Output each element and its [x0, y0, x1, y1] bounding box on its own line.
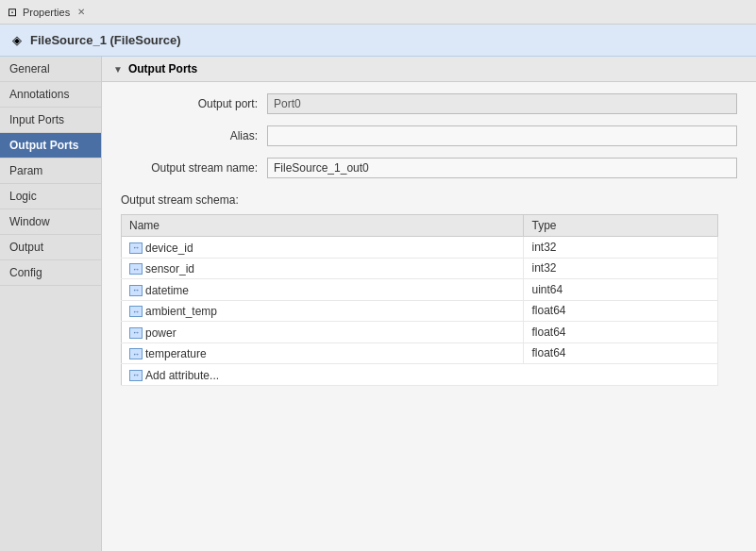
schema-field-type: float64 [524, 322, 718, 343]
section-header: ▼ Output Ports [102, 57, 756, 82]
table-row[interactable]: ↔ sensor_idint32 [122, 258, 718, 279]
sidebar-item-param[interactable]: Param [0, 159, 101, 184]
schema-label: Output stream schema: [121, 190, 737, 214]
close-button[interactable]: ✕ [77, 7, 85, 17]
sidebar-item-output[interactable]: Output [0, 235, 101, 260]
sidebar-item-annotations[interactable]: Annotations [0, 82, 101, 108]
field-type-icon: ↔ power [129, 326, 176, 340]
schema-field-name: ↔ ambient_temp [122, 300, 524, 322]
schema-field-name: ↔ datetime [122, 279, 524, 301]
table-row[interactable]: ↔ device_idint32 [122, 237, 718, 259]
field-icon-box: ↔ [129, 285, 143, 296]
schema-col-type: Type [524, 215, 718, 237]
add-attribute-cell[interactable]: ↔ Add attribute... [122, 364, 718, 386]
output-port-label: Output port: [121, 97, 258, 110]
title-bar: ⊡ Properties ✕ [0, 0, 756, 25]
filesource-icon: ◈ [9, 33, 25, 48]
output-stream-name-row: Output stream name: [121, 158, 737, 178]
schema-field-type: float64 [524, 342, 718, 364]
output-port-row: Output port: [121, 93, 737, 114]
sidebar-item-window[interactable]: Window [0, 209, 101, 235]
sidebar-item-input-ports[interactable]: Input Ports [0, 108, 101, 133]
sidebar: GeneralAnnotationsInput PortsOutput Port… [0, 57, 102, 551]
section-title: Output Ports [128, 62, 197, 75]
schema-field-type: uint64 [524, 279, 718, 301]
sidebar-item-config[interactable]: Config [0, 260, 101, 286]
field-icon-box: ↔ [129, 263, 143, 275]
output-stream-name-label: Output stream name: [121, 161, 258, 175]
schema-field-type: float64 [524, 300, 718, 322]
properties-icon: ⊡ [8, 6, 17, 19]
collapse-arrow-icon[interactable]: ▼ [113, 64, 123, 75]
add-attribute-row[interactable]: ↔ Add attribute... [122, 364, 718, 386]
table-row[interactable]: ↔ powerfloat64 [122, 322, 718, 343]
field-type-icon: ↔ ambient_temp [129, 305, 217, 318]
schema-field-name: ↔ temperature [122, 342, 524, 364]
output-stream-name-input[interactable] [267, 158, 737, 178]
table-row[interactable]: ↔ temperaturefloat64 [122, 342, 718, 364]
file-header: ◈ FileSource_1 (FileSource) [0, 25, 756, 57]
sidebar-item-general[interactable]: General [0, 57, 101, 82]
field-icon-box: ↔ [129, 242, 143, 254]
schema-field-name: ↔ sensor_id [122, 258, 524, 279]
schema-field-name: ↔ device_id [122, 237, 524, 259]
field-icon-box: ↔ [129, 327, 143, 339]
alias-label: Alias: [121, 129, 258, 142]
alias-row: Alias: [121, 125, 737, 146]
schema-field-type: int32 [524, 237, 718, 259]
field-type-icon: ↔ datetime [129, 284, 189, 297]
output-port-input[interactable] [267, 93, 737, 114]
field-icon-box: ↔ [129, 306, 143, 317]
sidebar-item-output-ports[interactable]: Output Ports [0, 133, 101, 159]
table-row[interactable]: ↔ ambient_tempfloat64 [122, 300, 718, 322]
field-type-icon: ↔ sensor_id [129, 262, 194, 276]
field-type-icon: ↔ device_id [129, 242, 193, 255]
content-area: ▼ Output Ports Output port: Alias: Outpu… [102, 57, 756, 551]
file-header-title: FileSource_1 (FileSource) [30, 33, 181, 47]
sidebar-item-logic[interactable]: Logic [0, 184, 101, 209]
form-area: Output port: Alias: Output stream name: … [102, 82, 756, 397]
alias-input[interactable] [267, 125, 737, 146]
schema-field-name: ↔ power [122, 322, 524, 343]
field-icon-box: ↔ [129, 348, 143, 359]
main-layout: GeneralAnnotationsInput PortsOutput Port… [0, 57, 756, 551]
table-row[interactable]: ↔ datetimeuint64 [122, 279, 718, 301]
schema-field-type: int32 [524, 258, 718, 279]
field-type-icon: ↔ temperature [129, 347, 207, 360]
title-bar-label: Properties [23, 7, 70, 18]
schema-col-name: Name [122, 215, 524, 237]
schema-table: Name Type ↔ device_idint32↔ sensor_idint… [121, 214, 718, 386]
